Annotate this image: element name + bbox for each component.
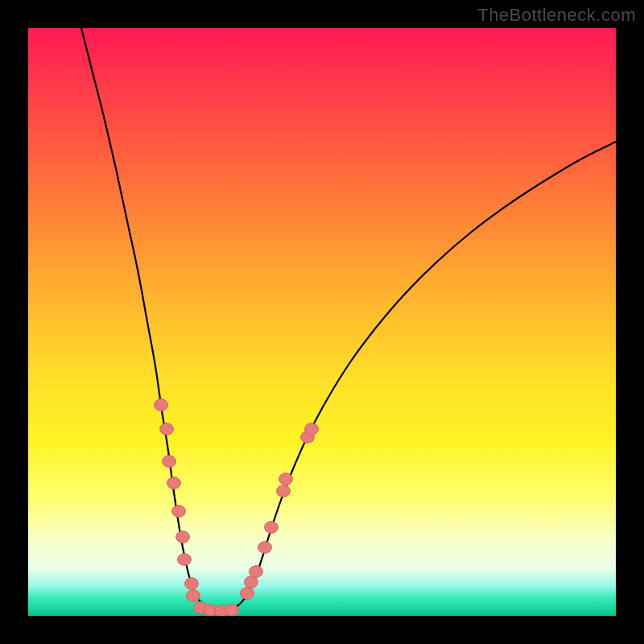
plot-area — [28, 28, 616, 616]
dot — [258, 542, 272, 554]
scatter-dots — [155, 399, 319, 616]
chart-svg — [28, 28, 616, 616]
curve-left-curve — [81, 28, 218, 612]
dot — [178, 554, 192, 566]
dot — [155, 399, 168, 411]
chart-container: TheBottleneck.com — [0, 0, 644, 644]
dot — [277, 485, 291, 497]
dot — [172, 506, 186, 518]
dot — [215, 605, 229, 616]
dot — [265, 522, 279, 534]
dot — [241, 588, 254, 600]
dot — [185, 578, 199, 590]
dot — [250, 566, 263, 578]
dot — [301, 431, 315, 444]
dot — [176, 531, 190, 543]
dot — [187, 590, 200, 602]
dot — [279, 473, 293, 485]
dot — [163, 456, 176, 468]
dot — [305, 423, 319, 436]
dot — [167, 477, 181, 489]
dot — [160, 423, 174, 436]
dot — [204, 605, 217, 616]
dot — [225, 605, 239, 616]
dot — [245, 576, 258, 588]
curve-lines — [81, 28, 616, 612]
dot — [194, 602, 208, 614]
curve-right-curve — [218, 142, 616, 612]
watermark-text: TheBottleneck.com — [477, 5, 636, 26]
